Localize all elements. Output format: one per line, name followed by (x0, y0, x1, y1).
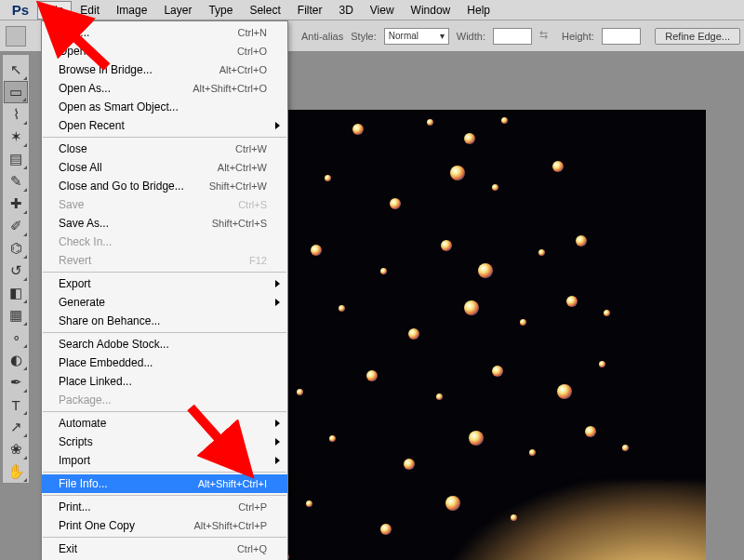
gradient-tool[interactable]: ▦ (4, 304, 28, 327)
menu-item-shortcut: Ctrl+Q (237, 543, 267, 554)
menu-item-package: Package... (42, 391, 287, 409)
bokeh-dot (492, 366, 503, 377)
eyedropper-tool[interactable]: ✎ (4, 170, 28, 193)
menu-item-search-adobe-stock[interactable]: Search Adobe Stock... (42, 335, 287, 353)
menu-item-new[interactable]: New...Ctrl+N (42, 23, 287, 42)
app-logo: Ps (4, 0, 37, 20)
menu-edit[interactable]: Edit (72, 1, 108, 20)
bokeh-dot (622, 445, 629, 451)
bokeh-dot (352, 124, 364, 135)
path-tool[interactable]: ↗ (4, 416, 28, 438)
menu-item-export[interactable]: Export (42, 274, 287, 293)
blur-tool[interactable]: ∘ (4, 327, 28, 349)
tool-preset-button[interactable] (6, 26, 26, 47)
menubar: Ps FileEditImageLayerTypeSelectFilter3DV… (0, 0, 744, 20)
menu-window[interactable]: Window (403, 1, 459, 20)
flyout-indicator-icon (23, 478, 27, 482)
menu-item-browse-in-bridge[interactable]: Browse in Bridge...Alt+Ctrl+O (42, 60, 287, 79)
menu-help[interactable]: Help (458, 1, 498, 20)
menu-3d[interactable]: 3D (330, 1, 361, 20)
bokeh-dot (552, 161, 564, 172)
menu-item-save-as[interactable]: Save As...Shift+Ctrl+S (42, 214, 287, 233)
flyout-indicator-icon (23, 344, 27, 348)
menu-view[interactable]: View (362, 1, 403, 20)
history-brush-tool[interactable]: ↺ (4, 260, 28, 282)
menu-item-shortcut: Ctrl+S (238, 199, 267, 210)
menu-item-label: Exit (59, 542, 77, 555)
menu-item-shortcut: Alt+Shift+Ctrl+I (198, 478, 267, 489)
menu-item-shortcut: Ctrl+P (238, 501, 267, 513)
pen-tool[interactable]: ✒ (4, 371, 28, 393)
refine-edge-button[interactable]: Refine Edge... (655, 28, 740, 45)
menu-item-shortcut: Ctrl+W (235, 143, 267, 154)
menu-item-generate[interactable]: Generate (42, 293, 287, 312)
flyout-indicator-icon (23, 76, 27, 80)
bokeh-dot (585, 426, 596, 437)
menu-item-print-one-copy[interactable]: Print One CopyAlt+Shift+Ctrl+P (42, 516, 287, 535)
height-input[interactable] (602, 28, 641, 45)
menu-item-share-on-behance[interactable]: Share on Behance... (42, 312, 287, 330)
wand-tool[interactable]: ✶ (4, 126, 28, 148)
flyout-indicator-icon (23, 255, 27, 259)
menu-item-place-linked[interactable]: Place Linked... (42, 372, 287, 391)
menu-separator (43, 272, 286, 273)
menu-item-close-and-go-to-bridge[interactable]: Close and Go to Bridge...Shift+Ctrl+W (42, 177, 287, 195)
menu-item-label: Scripts (59, 435, 93, 448)
bokeh-dot (427, 119, 433, 126)
menu-item-automate[interactable]: Automate (42, 414, 287, 433)
width-input[interactable] (493, 28, 532, 45)
bokeh-dot (436, 393, 443, 400)
bokeh-dot (538, 249, 545, 256)
menu-item-place-embedded[interactable]: Place Embedded... (42, 353, 287, 372)
hand-tool[interactable]: ✋ (4, 460, 28, 483)
lasso-tool[interactable]: ⌇ (4, 103, 28, 126)
menu-item-close-all[interactable]: Close AllAlt+Ctrl+W (42, 158, 287, 177)
menu-item-open-as[interactable]: Open As...Alt+Shift+Ctrl+O (42, 79, 287, 98)
type-tool[interactable]: T (4, 393, 28, 416)
bokeh-dot (501, 117, 508, 124)
style-select[interactable]: Normal▾ (384, 28, 449, 45)
bokeh-dot (492, 184, 498, 191)
bokeh-dot (408, 328, 419, 340)
menu-item-open-as-smart-object[interactable]: Open as Smart Object... (42, 98, 287, 116)
brush-heal-tool[interactable]: ✚ (4, 193, 28, 215)
marquee-tool[interactable]: ▭ (4, 81, 28, 103)
menu-item-open[interactable]: Open...Ctrl+O (42, 42, 287, 60)
brush-tool[interactable]: ✐ (4, 215, 28, 237)
menu-item-print[interactable]: Print...Ctrl+P (42, 498, 287, 516)
menu-item-import[interactable]: Import (42, 451, 287, 470)
menu-item-open-recent[interactable]: Open Recent (42, 116, 287, 135)
menu-layer[interactable]: Layer (155, 1, 200, 20)
bokeh-dot (566, 296, 578, 307)
bokeh-dot (380, 268, 387, 274)
dodge-tool[interactable]: ◐ (4, 349, 28, 371)
menu-item-label: Import (59, 454, 90, 467)
crop-tool[interactable]: ▤ (4, 148, 28, 170)
menu-item-label: Save As... (59, 217, 109, 230)
bokeh-dot (576, 235, 587, 247)
menu-select[interactable]: Select (241, 1, 288, 20)
menu-item-file-info[interactable]: File Info...Alt+Shift+Ctrl+I (42, 474, 287, 493)
menu-item-scripts[interactable]: Scripts (42, 433, 287, 451)
menu-separator (43, 411, 286, 412)
height-label: Height: (562, 31, 594, 42)
flyout-indicator-icon (23, 143, 27, 147)
flyout-indicator-icon (23, 433, 27, 437)
flyout-indicator-icon (23, 367, 27, 370)
menu-separator (43, 495, 286, 496)
menu-filter[interactable]: Filter (289, 1, 331, 20)
bokeh-dot (380, 524, 392, 535)
flyout-indicator-icon (23, 277, 27, 281)
swap-icon[interactable]: ⇆ (539, 29, 554, 44)
menu-type[interactable]: Type (200, 1, 241, 20)
menu-image[interactable]: Image (108, 1, 155, 20)
shape-tool[interactable]: ❀ (4, 438, 28, 460)
menu-item-close[interactable]: CloseCtrl+W (42, 140, 287, 158)
bokeh-dot (557, 384, 572, 399)
menu-item-exit[interactable]: ExitCtrl+Q (42, 540, 287, 558)
stamp-tool[interactable]: ⌬ (4, 237, 28, 260)
move-tool[interactable]: ↖ (4, 59, 28, 81)
eraser-tool[interactable]: ◧ (4, 282, 28, 304)
menu-file[interactable]: File (37, 1, 72, 20)
bokeh-dot (390, 198, 401, 209)
